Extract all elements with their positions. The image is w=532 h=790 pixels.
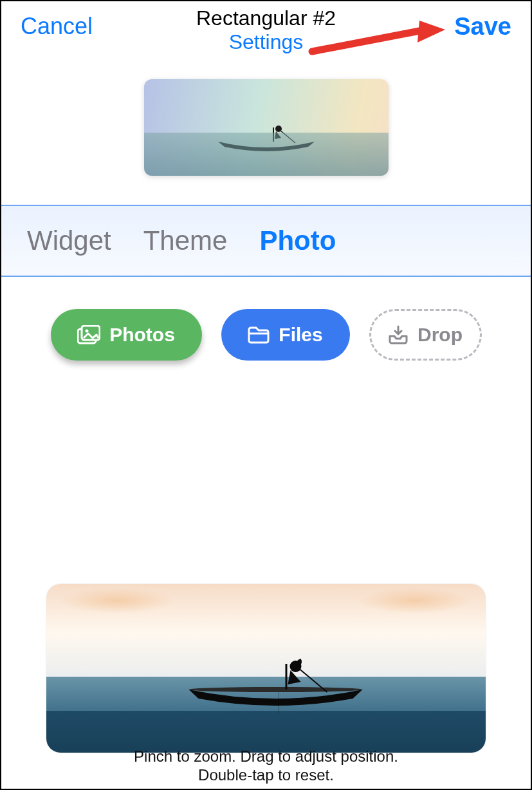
- tab-bar: Widget Theme Photo: [1, 205, 531, 277]
- tab-photo[interactable]: Photo: [259, 225, 336, 256]
- svg-point-7: [86, 330, 89, 333]
- files-button-label: Files: [279, 324, 322, 346]
- svg-point-9: [188, 687, 362, 692]
- boat-illustration-icon: [212, 122, 321, 155]
- photos-button-label: Photos: [109, 324, 175, 346]
- photo-editor-canvas[interactable]: [46, 584, 486, 753]
- drop-button-label: Drop: [417, 324, 463, 346]
- cancel-button[interactable]: Cancel: [21, 13, 93, 40]
- drop-button[interactable]: Drop: [369, 309, 482, 361]
- photos-icon: [77, 325, 100, 344]
- folder-icon: [248, 326, 270, 344]
- save-button[interactable]: Save: [454, 13, 511, 41]
- svg-rect-10: [285, 664, 287, 690]
- svg-line-4: [280, 130, 295, 143]
- photo-source-row: Photos Files Drop: [1, 309, 531, 361]
- editor-hint-line2: Double-tap to reset.: [1, 766, 531, 785]
- editor-hint-line1: Pinch to zoom. Drag to adjust position.: [1, 748, 531, 766]
- tab-widget[interactable]: Widget: [27, 225, 111, 256]
- header-bar: Cancel Rectangular #2 Settings Save: [1, 1, 531, 47]
- header-title-block: Rectangular #2 Settings: [196, 6, 336, 54]
- page-title: Rectangular #2: [196, 6, 336, 30]
- files-button[interactable]: Files: [221, 309, 350, 361]
- tab-theme[interactable]: Theme: [143, 225, 228, 256]
- photos-button[interactable]: Photos: [51, 309, 202, 361]
- page-subtitle[interactable]: Settings: [196, 30, 336, 54]
- photo-water-deep: [46, 711, 486, 753]
- svg-rect-2: [273, 127, 274, 142]
- editor-hint: Pinch to zoom. Drag to adjust position. …: [1, 748, 531, 785]
- boat-illustration-icon: [182, 656, 369, 714]
- widget-preview: [144, 79, 389, 176]
- inbox-download-icon: [388, 325, 408, 344]
